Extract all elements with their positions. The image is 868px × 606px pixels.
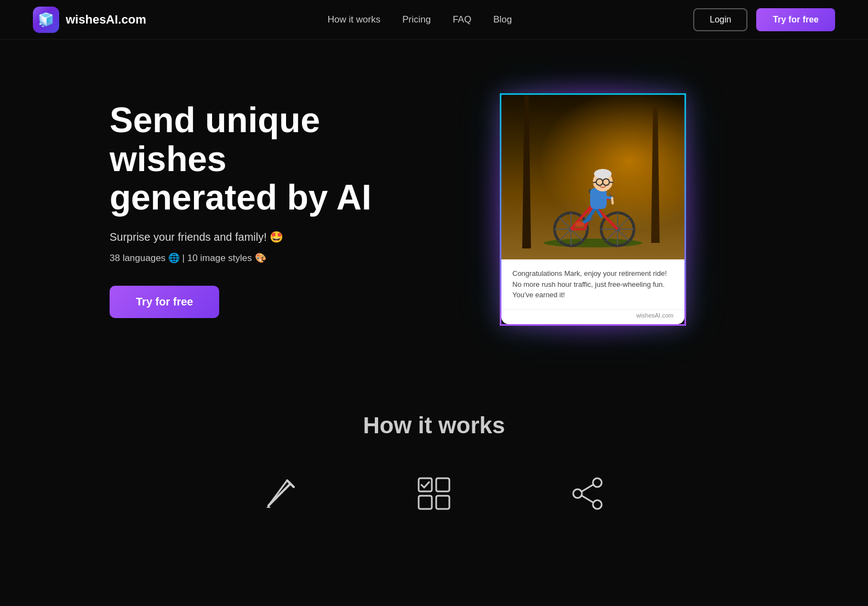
hero-stats: 38 languages 🌐 | 10 image styles 🎨 <box>110 252 384 264</box>
how-it-works-section: How it works <box>0 380 868 537</box>
hero-subtitle: Surprise your friends and family! 🤩 <box>110 230 384 243</box>
pencil-icon <box>259 472 302 516</box>
svg-line-35 <box>609 182 613 183</box>
svg-point-48 <box>573 489 582 498</box>
nav-faq[interactable]: FAQ <box>453 14 471 25</box>
share-icon <box>566 472 609 516</box>
logo-area[interactable]: 🧊 wishesAI.com <box>33 7 146 33</box>
greeting-card: Congratulations Mark, enjoy your retirem… <box>500 93 686 326</box>
hero-left: Send unique wishes generated by AI Surpr… <box>110 101 384 318</box>
step-2 <box>412 472 456 516</box>
svg-point-30 <box>594 169 612 179</box>
steps-row <box>55 472 813 516</box>
step-1 <box>259 472 302 516</box>
svg-line-36 <box>598 196 612 198</box>
try-free-hero-button[interactable]: Try for free <box>110 286 219 318</box>
hero-right: Congratulations Mark, enjoy your retirem… <box>427 93 758 326</box>
svg-line-37 <box>612 198 613 203</box>
card-glow-wrapper: Congratulations Mark, enjoy your retirem… <box>500 93 686 326</box>
login-button[interactable]: Login <box>693 8 747 31</box>
header-actions: Login Try for free <box>693 8 835 31</box>
svg-line-50 <box>582 485 593 491</box>
nav-how-it-works[interactable]: How it works <box>328 14 380 25</box>
hero-title: Send unique wishes generated by AI <box>110 101 384 217</box>
try-free-header-button[interactable]: Try for free <box>756 8 835 31</box>
bike-scene <box>538 128 648 248</box>
card-text-area: Congratulations Mark, enjoy your retirem… <box>501 259 684 309</box>
svg-line-41 <box>269 480 287 506</box>
card-message: Congratulations Mark, enjoy your retirem… <box>512 268 673 301</box>
svg-point-27 <box>575 222 585 227</box>
nav-pricing[interactable]: Pricing <box>402 14 431 25</box>
svg-point-47 <box>593 478 602 487</box>
step-3 <box>566 472 609 516</box>
nav-blog[interactable]: Blog <box>493 14 512 25</box>
svg-line-34 <box>593 182 596 183</box>
svg-marker-42 <box>266 506 271 508</box>
hero-section: Send unique wishes generated by AI Surpr… <box>0 39 868 380</box>
card-footer: wishesAI.com <box>501 309 684 324</box>
svg-rect-45 <box>419 496 432 509</box>
card-image <box>501 95 684 259</box>
how-it-works-title: How it works <box>55 412 813 439</box>
card-watermark: wishesAI.com <box>636 312 673 319</box>
svg-line-40 <box>290 484 294 487</box>
main-nav: How it works Pricing FAQ Blog <box>328 14 512 25</box>
logo-icon: 🧊 <box>33 7 59 33</box>
svg-rect-44 <box>436 478 449 491</box>
checklist-icon <box>412 472 456 516</box>
site-header: 🧊 wishesAI.com How it works Pricing FAQ … <box>0 0 868 39</box>
svg-rect-46 <box>436 496 449 509</box>
svg-line-51 <box>582 496 593 502</box>
logo-text: wishesAI.com <box>66 13 146 27</box>
svg-point-49 <box>593 500 602 509</box>
